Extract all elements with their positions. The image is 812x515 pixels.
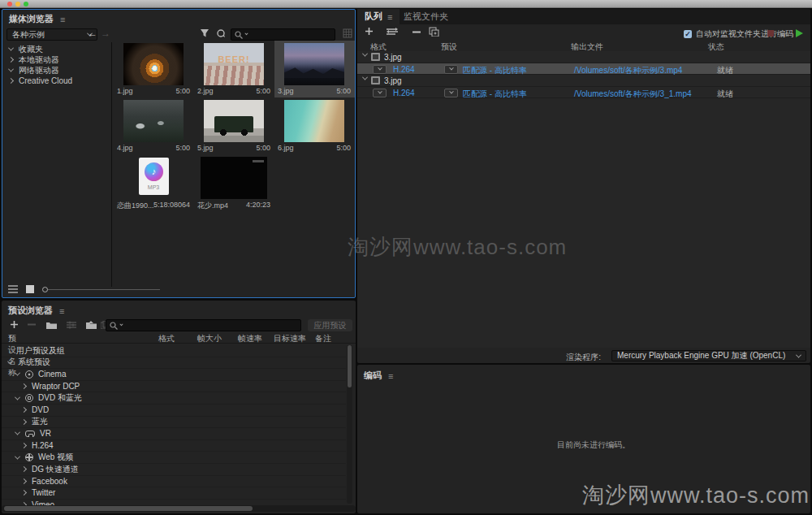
preset-vertical-scrollbar[interactable] xyxy=(347,345,352,504)
media-item[interactable]: 3.jpg 5:00 xyxy=(274,41,355,97)
preset-tree-row[interactable]: 用户预设及组 xyxy=(2,345,346,357)
media-item[interactable]: BEER! 2.jpg 5:00 xyxy=(194,41,274,97)
column-target-rate[interactable]: 目标速率 xyxy=(274,333,306,344)
preset-tree-row[interactable]: Facebook xyxy=(2,476,346,488)
thumbnail-zoom-slider[interactable] xyxy=(42,287,160,292)
tree-chevron-icon[interactable] xyxy=(21,466,27,472)
tree-item[interactable]: 网络驱动器 xyxy=(2,65,111,76)
column-comment[interactable]: 备注 xyxy=(315,333,331,344)
tree-chevron-icon[interactable] xyxy=(8,57,14,63)
tree-chevron-icon[interactable] xyxy=(21,383,27,389)
preset-tree-row[interactable]: Cinema xyxy=(2,369,346,381)
format-dropdown-button[interactable] xyxy=(373,89,387,97)
renderer-dropdown[interactable]: Mercury Playback Engine GPU 加速 (OpenCL) xyxy=(611,350,806,361)
output-format-link[interactable]: H.264 xyxy=(393,65,415,74)
tree-chevron-icon[interactable] xyxy=(21,478,27,484)
queue-source-row[interactable]: 3.jpg xyxy=(357,51,810,63)
tree-item[interactable]: 收藏夹 xyxy=(2,44,111,54)
media-item[interactable]: 花少.mp4 4:20:23 xyxy=(194,154,274,211)
format-dropdown-button[interactable] xyxy=(373,65,387,74)
preset-tree-row[interactable]: H.264 xyxy=(2,440,346,452)
filter-icon[interactable] xyxy=(200,28,209,38)
output-preset-link[interactable]: 匹配源 - 高比特率 xyxy=(463,89,527,100)
start-queue-button[interactable] xyxy=(796,29,803,37)
thumbnail-grid-icon[interactable] xyxy=(343,28,352,38)
tree-grid-divider[interactable] xyxy=(111,42,112,287)
back-arrow-button[interactable]: ← xyxy=(88,28,97,39)
tree-chevron-icon[interactable] xyxy=(8,45,14,51)
tree-chevron-icon[interactable] xyxy=(8,78,14,84)
remove-icon[interactable] xyxy=(412,31,421,33)
preset-tree-row[interactable]: 系统预设 xyxy=(2,357,346,370)
add-output-icon[interactable] xyxy=(387,28,398,36)
tree-chevron-icon[interactable] xyxy=(21,443,27,448)
media-item[interactable]: 5.jpg 5:00 xyxy=(194,97,274,154)
queue-output-row[interactable]: H.264 匹配源 - 高比特率 /Volumes/soft/各种示例/3_1.… xyxy=(357,87,810,99)
tree-chevron-icon[interactable] xyxy=(21,407,27,413)
apply-preset-button[interactable]: 应用预设 xyxy=(308,319,352,331)
tree-item[interactable]: Creative Cloud xyxy=(2,76,111,86)
tree-chevron-icon[interactable] xyxy=(8,67,14,72)
preset-tree-row[interactable]: DVD xyxy=(2,405,346,417)
preset-tree-row[interactable]: Wraptor DCP xyxy=(2,381,346,393)
queue-source-row[interactable]: 3.jpg xyxy=(357,75,810,87)
output-format-link[interactable]: H.264 xyxy=(393,89,415,97)
preset-tree-row[interactable]: DVD 和蓝光 xyxy=(2,392,346,405)
panel-menu-icon[interactable]: ≡ xyxy=(387,12,392,22)
tree-chevron-icon[interactable] xyxy=(15,453,20,459)
column-frame-rate[interactable]: 帧速率 xyxy=(238,333,262,344)
duplicate-icon[interactable] xyxy=(429,27,439,37)
tree-chevron-icon[interactable] xyxy=(15,394,20,400)
media-search-input[interactable] xyxy=(231,28,335,41)
row-chevron-icon[interactable] xyxy=(362,75,368,80)
tree-chevron-icon[interactable] xyxy=(21,490,27,496)
scrollbar-thumb[interactable] xyxy=(348,345,352,387)
media-item[interactable]: 4.jpg 5:00 xyxy=(114,97,194,154)
panel-menu-icon[interactable]: ≡ xyxy=(388,371,393,381)
panel-menu-icon[interactable]: ≡ xyxy=(60,15,65,24)
preset-horizontal-scrollbar[interactable] xyxy=(2,505,356,512)
preset-tree-row[interactable]: Twitter xyxy=(2,487,346,500)
output-file-link[interactable]: /Volumes/soft/各种示例/3_1.mp4 xyxy=(574,89,692,100)
preset-settings-icon[interactable] xyxy=(67,321,76,329)
add-preset-icon[interactable] xyxy=(10,320,19,329)
tab-queue[interactable]: 队列 ≡ xyxy=(357,9,400,24)
new-preset-group-icon[interactable] xyxy=(46,321,57,329)
forward-arrow-button[interactable]: → xyxy=(101,28,110,39)
column-format[interactable]: 格式 xyxy=(158,333,175,344)
preset-tree-row[interactable]: Web 视频 xyxy=(2,452,346,464)
column-frame-size[interactable]: 帧大小 xyxy=(197,333,222,344)
preset-dropdown-button[interactable] xyxy=(444,65,458,74)
close-window-button[interactable] xyxy=(7,2,12,6)
import-preset-icon[interactable] xyxy=(86,321,97,329)
panel-menu-icon[interactable]: ≡ xyxy=(59,306,64,316)
auto-encode-checkbox[interactable]: ✓ xyxy=(684,30,692,38)
ingest-settings-icon[interactable] xyxy=(216,28,226,38)
media-item[interactable]: MP3 恋曲1990... 5:18:08064 xyxy=(114,154,194,211)
preset-dropdown-button[interactable] xyxy=(444,89,458,97)
thumbnail-view-icon[interactable] xyxy=(26,285,34,293)
tree-item[interactable]: 本地驱动器 xyxy=(2,54,111,65)
zoom-slider-knob[interactable] xyxy=(42,287,48,292)
preset-search-input[interactable] xyxy=(106,319,301,331)
tree-chevron-icon[interactable] xyxy=(7,358,13,364)
tab-watch-folders[interactable]: 监视文件夹 xyxy=(396,9,456,24)
remove-preset-icon[interactable] xyxy=(28,323,36,326)
row-chevron-icon[interactable] xyxy=(362,51,368,57)
media-item[interactable]: 6.jpg 5:00 xyxy=(274,97,355,154)
add-source-icon[interactable] xyxy=(365,27,374,36)
source-dropdown[interactable]: 各种示例 xyxy=(6,28,97,41)
minimize-window-button[interactable] xyxy=(15,2,20,6)
zoom-window-button[interactable] xyxy=(24,2,28,6)
media-item[interactable]: 1.jpg 5:00 xyxy=(114,41,194,97)
tree-chevron-icon[interactable] xyxy=(15,370,20,376)
tree-chevron-icon[interactable] xyxy=(21,419,27,425)
preset-tree-row[interactable]: VR xyxy=(2,428,346,440)
preset-tree-row[interactable]: 蓝光 xyxy=(2,417,346,429)
list-view-icon[interactable] xyxy=(8,285,18,293)
scrollbar-thumb[interactable] xyxy=(4,506,253,511)
preset-tree-row[interactable]: DG 快速通道 xyxy=(2,464,346,476)
stop-queue-button[interactable] xyxy=(767,30,774,37)
tree-chevron-icon[interactable] xyxy=(15,430,20,435)
queue-output-row[interactable]: H.264 匹配源 - 高比特率 /Volumes/soft/各种示例/3.mp… xyxy=(357,63,810,76)
